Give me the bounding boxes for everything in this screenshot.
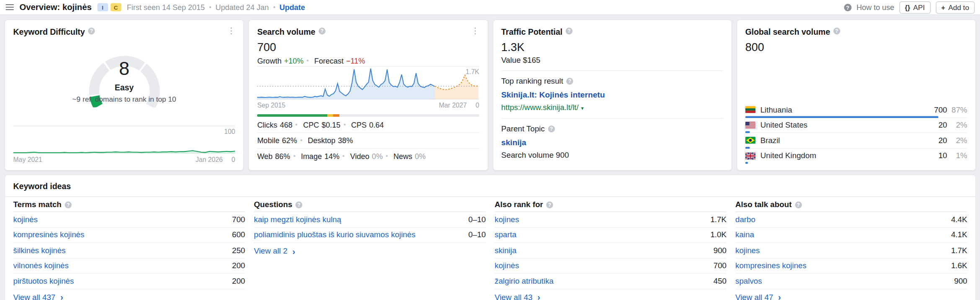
keyword-row: žalgirio atributika 450: [495, 274, 727, 289]
keyword-link[interactable]: kojines: [495, 215, 519, 224]
flag-united-kingdom-icon: [745, 152, 755, 159]
country-list: Lithuania 700 87% United States 20 2%: [745, 103, 967, 164]
top-ranking-result-link[interactable]: Skinija.lt: Kojinės internetu: [501, 90, 723, 99]
keyword-link[interactable]: spalvos: [735, 277, 762, 285]
hamburger-menu-icon[interactable]: [6, 4, 14, 10]
kd-hint: ~9 ref. domains to rank in top 10: [33, 95, 215, 103]
parent-topic-volume: Search volume 900: [501, 151, 723, 159]
country-row[interactable]: Brazil 20 2%: [745, 133, 967, 149]
card-title: Keyword Difficulty: [13, 27, 85, 37]
keyword-link[interactable]: žalgirio atributika: [495, 277, 554, 285]
chevron-right-icon: ›: [292, 247, 295, 255]
help-icon[interactable]: ?: [318, 28, 326, 35]
view-all-link[interactable]: View all 2 ›: [254, 247, 295, 256]
keyword-link[interactable]: vilnonės kojinės: [13, 261, 69, 270]
country-row[interactable]: United States 20 2%: [745, 118, 967, 133]
sv-chart-svg: [257, 66, 479, 100]
how-to-use-link[interactable]: How to use: [856, 3, 894, 12]
clicks-metrics-row: Clicks468 CPC$0.15 CPS0.64: [257, 118, 479, 132]
keyword-link[interactable]: darbo: [735, 215, 755, 224]
keyword-volume: 0–10: [462, 231, 486, 239]
forecast-value: −11%: [346, 56, 365, 65]
country-row[interactable]: United Kingdom 10 1%: [745, 149, 967, 163]
country-volume-bar: [745, 131, 750, 133]
keyword-volume: 450: [707, 277, 727, 285]
keyword-volume: 700: [226, 215, 245, 224]
caret-down-icon[interactable]: ▾: [581, 105, 584, 111]
column-header: Questions: [254, 200, 292, 209]
update-link[interactable]: Update: [279, 3, 305, 12]
keyword-link[interactable]: skinija: [495, 246, 517, 255]
keyword-link[interactable]: pirštuotos kojinės: [13, 277, 74, 285]
country-volume-bar: [745, 146, 750, 149]
top-ranking-section: Top ranking result ? Skinija.lt: Kojinės…: [501, 70, 723, 118]
keyword-volume: 900: [948, 277, 967, 285]
search-volume-card: Search volume ? ⋮ 700 Growth +10% Foreca…: [248, 20, 488, 171]
keyword-link[interactable]: kompresines kojines: [735, 261, 807, 270]
keyword-link[interactable]: kaina: [735, 231, 754, 239]
keyword-row: kaina 4.1K: [735, 228, 967, 243]
view-all-link[interactable]: View all 43 ›: [495, 293, 540, 300]
country-volume-bar: [745, 116, 939, 118]
keyword-link[interactable]: kompresinės kojinės: [13, 231, 85, 239]
top-ranking-url[interactable]: https://www.skinija.lt/lt/ ▾: [501, 103, 723, 112]
keyword-link[interactable]: kojinės: [495, 261, 519, 270]
kebab-menu-icon[interactable]: ⋮: [227, 27, 235, 34]
keyword-link[interactable]: šilkinės kojinės: [13, 246, 66, 255]
help-icon[interactable]: ?: [295, 202, 303, 209]
y-axis-max-label: 1.7K: [465, 68, 479, 75]
card-title: Traffic Potential: [501, 27, 562, 37]
help-icon[interactable]: ?: [548, 126, 555, 133]
parent-topic-link[interactable]: skinija: [501, 137, 723, 147]
badge-commercial[interactable]: C: [111, 3, 122, 12]
keyword-row: darbo 4.4K: [735, 212, 967, 228]
keyword-badges: I C: [97, 3, 121, 12]
column-header: Also rank for: [495, 200, 543, 209]
kd-trend-block: 100 May 2021 Jan 2026 0: [13, 126, 235, 163]
keyword-row: poliamidinis pluoštas iš kurio siuvamos …: [254, 228, 486, 243]
metric-cards-row: Keyword Difficulty ? ⋮ 8 Easy ~9 ref. do…: [0, 15, 980, 174]
country-row[interactable]: Lithuania 700 87%: [745, 103, 967, 118]
help-icon[interactable]: ?: [546, 202, 553, 209]
dot-separator: [209, 6, 211, 8]
kebab-menu-icon[interactable]: ⋮: [471, 27, 479, 34]
also-talk-about-column: Also talk about ? darbo 4.4K kaina 4.1K …: [735, 197, 967, 300]
keyword-link[interactable]: kaip megzti kojinės kulną: [254, 215, 341, 224]
api-button[interactable]: {} API: [899, 1, 931, 13]
keyword-row: kojines 1.7K: [735, 243, 967, 259]
y-axis-min-label: 0: [476, 101, 479, 109]
global-search-volume-card: Global search volume ? 800 Lithuania 700…: [737, 20, 976, 171]
keyword-row: kaip megzti kojinės kulną 0–10: [254, 212, 486, 228]
keyword-link[interactable]: sparta: [495, 231, 517, 239]
keyword-volume: 600: [226, 231, 245, 239]
keyword-row: kojinės 700: [13, 212, 246, 228]
top-bar: Overview: kojinės I C First seen 14 Sep …: [0, 0, 980, 15]
view-all-link[interactable]: View all 47 ›: [735, 293, 781, 300]
keyword-link[interactable]: kojinės: [13, 215, 38, 224]
chevron-right-icon: ›: [778, 293, 781, 300]
x-axis-start-label: May 2021: [13, 156, 42, 163]
dot-separator: [273, 6, 275, 8]
traffic-potential-card: Traffic Potential ? 1.3K Value $165 Top …: [492, 20, 732, 171]
badge-informational[interactable]: I: [97, 3, 108, 12]
keyword-link[interactable]: poliamidinis pluoštas iš kurio siuvamos …: [254, 231, 416, 239]
keyword-volume: 200: [226, 261, 245, 270]
keyword-difficulty-card: Keyword Difficulty ? ⋮ 8 Easy ~9 ref. do…: [5, 20, 244, 171]
chevron-right-icon: ›: [60, 293, 63, 300]
help-icon[interactable]: ?: [833, 28, 840, 35]
traffic-potential-value: 1.3K: [501, 41, 723, 54]
help-icon[interactable]: ?: [88, 28, 95, 35]
help-icon[interactable]: ?: [566, 28, 573, 35]
keyword-link[interactable]: kojines: [735, 246, 760, 255]
keyword-row: kojinės 700: [495, 258, 727, 274]
help-icon[interactable]: ?: [65, 202, 72, 209]
help-icon[interactable]: ?: [566, 78, 574, 85]
question-circle-icon[interactable]: ?: [844, 3, 851, 11]
global-volume-value: 800: [745, 41, 967, 54]
kd-gauge: 8 Easy ~9 ref. domains to rank in top 10: [71, 43, 178, 115]
view-all-link[interactable]: View all 437 ›: [13, 293, 63, 300]
keyword-row: kompresinės kojinės 600: [13, 228, 246, 243]
add-to-button[interactable]: + Add to: [936, 1, 975, 13]
keyword-row: kojines 1.7K: [495, 212, 727, 228]
help-icon[interactable]: ?: [795, 202, 802, 209]
